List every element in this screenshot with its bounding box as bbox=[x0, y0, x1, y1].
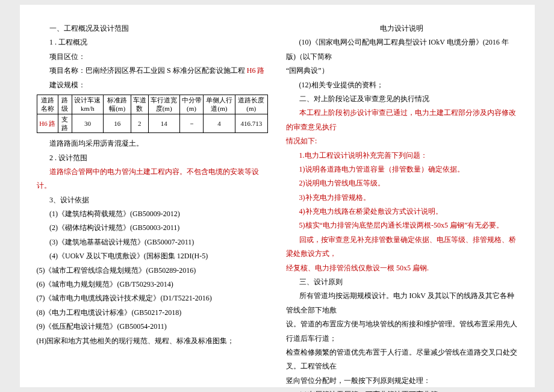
td-lanes: 2 bbox=[131, 114, 149, 133]
review-item-1-4: 4)补充电力线路在桥梁处敷设方式设计说明。 bbox=[286, 205, 518, 219]
td-road-name: H6 路 bbox=[37, 114, 58, 133]
scope-text: 道路综合管网中的电力管沟土建工程内容。不包含电缆的安装等设计。 bbox=[37, 165, 269, 193]
ref-8: (8)《电力工程电缆设计标准》(GB50217-2018) bbox=[37, 306, 269, 320]
review-text-1: 本工程上阶段初步设计审查已通过，电力土建工程部分涉及内容修改的审查意见执行 bbox=[286, 106, 518, 134]
table-row: H6 路 支路 30 16 2 14 － 4 416.713 bbox=[37, 114, 268, 133]
reply-2: 经复核、电力排管沿线仅敷设一根 50x5 扁钢. bbox=[286, 261, 518, 275]
td-sidewalk: 4 bbox=[204, 114, 235, 133]
design-principle-3: 检查检修频繁的管道优先布置于人行道。尽量减少管线在道路交叉口处交叉。工程管线在 bbox=[286, 346, 518, 374]
left-column: 一、工程概况及设计范围 1 . 工程概况 项目区位： 项目名称：巴南经济园区界石… bbox=[37, 22, 269, 381]
ref-4: (4)《UOkV 及以下电缆敷设》(国标图集 12DI(H-5) bbox=[37, 249, 269, 263]
review-item-1-3: 3)补充电力排管规格。 bbox=[286, 191, 518, 205]
td-speed: 30 bbox=[72, 114, 104, 133]
document-page: 一、工程概况及设计范围 1 . 工程概况 项目区位： 项目名称：巴南经济园区界石… bbox=[20, 5, 535, 387]
th-sidewalk: 单侧人行道(m) bbox=[204, 95, 235, 114]
ref-h: (H)国家和地方其他相关的现行规范、规程、标准及标准图集； bbox=[37, 334, 269, 348]
project-location: 项目区位： bbox=[37, 50, 269, 64]
ref-12: (12)相关专业提供的资料； bbox=[286, 78, 518, 92]
ref-10b: “国网典设”） bbox=[286, 64, 518, 78]
ref-2: (2)《砌体结构设计规范》(GB50003-2011) bbox=[37, 221, 269, 235]
surface-text: 道路路面均采用沥青混凝土。 bbox=[37, 137, 269, 151]
th-lanes: 车道数 bbox=[131, 95, 149, 114]
design-principle-2: 设。管道的布置应方便与地块管线的衔接和维护管理。管线布置采用先人行道后车行道； bbox=[286, 317, 518, 346]
ref-5: (5)《城市工程管线综合规划规范》(GB50289-2016) bbox=[37, 264, 269, 278]
heading-sec1: 一、工程概况及设计范围 bbox=[37, 22, 269, 36]
table-header-row: 道路名称 路级 设计车速km/h 标准路幅(m) 车道数 车行道宽度(m) 中分… bbox=[37, 95, 268, 114]
project-name-label: 项目名称： bbox=[49, 66, 86, 75]
th-road-level: 路级 bbox=[58, 95, 72, 114]
review-item-1-2: 2)说明电力管线电压等级。 bbox=[286, 176, 518, 190]
design-rule-1: (1)有压管让无压管，可弯曲管让不可弯曲管。 bbox=[286, 388, 518, 392]
ref-10a: (10)《国家电网公司配电网工程典型设计 IOkV 电缆分册》(2016 年版)… bbox=[286, 36, 518, 64]
review-item-1: 1.电力工程设计说明补充完善下列问题： bbox=[286, 149, 518, 163]
doc-title: 电力设计说明 bbox=[286, 22, 518, 36]
td-road-level: 支路 bbox=[58, 114, 72, 133]
project-name-road: H6 路 bbox=[247, 66, 265, 75]
heading-1-3: 3、设计依据 bbox=[37, 193, 269, 207]
ref-7: (7)《城市电力电缆线路设计技术规定》(D1/T5221-2016) bbox=[37, 291, 269, 305]
review-text-2: 情况如下: bbox=[286, 134, 518, 148]
right-column: 电力设计说明 (10)《国家电网公司配电网工程典型设计 IOkV 电缆分册》(2… bbox=[286, 22, 518, 381]
th-road-name: 道路名称 bbox=[37, 95, 58, 114]
design-principle-1: 所有管道均按远期规模设计。电力 IOkV 及其以下的线路及其它各种管线全部下地敷 bbox=[286, 289, 518, 317]
reply-1: 回或，按审查意见补充排管数量确定依据、电压等级、排管规格、桥梁处敷设方式， bbox=[286, 233, 518, 261]
th-lane-width: 车行道宽度(m) bbox=[148, 95, 179, 114]
th-speed: 设计车速km/h bbox=[72, 95, 104, 114]
design-principle-4: 竖向管位分配时，一般按下列原则规定处理： bbox=[286, 374, 518, 388]
th-width: 标准路幅(m) bbox=[104, 95, 131, 114]
ref-3: (3)《建筑地基基础设计规范》(GB50007-2011) bbox=[37, 235, 269, 249]
review-item-1-5: 5)核实“电力排管沟底垫层内通长埋设两根-50x5 扁钢”有无必要。 bbox=[286, 219, 518, 232]
td-length: 416.713 bbox=[235, 114, 268, 133]
heading-sec3: 三、设计原则 bbox=[286, 275, 518, 289]
heading-1-1: 1 . 工程概况 bbox=[37, 36, 269, 49]
td-lane-width: 14 bbox=[148, 114, 179, 133]
td-median: － bbox=[179, 114, 204, 133]
th-length: 道路长度(m) bbox=[235, 95, 268, 114]
ref-6: (6)《城市电力规划规范》(GB/T50293-2014) bbox=[37, 278, 269, 291]
td-width: 16 bbox=[104, 114, 131, 133]
th-median: 中分带(m) bbox=[179, 95, 204, 114]
review-item-1-1: 1)说明各道路电力管道容量（排管数量）确定依据。 bbox=[286, 163, 518, 176]
heading-1-2: 2 . 设计范围 bbox=[37, 151, 269, 165]
project-name-value: 巴南经济园区界石工业园 S 标准分区配套设施工程 bbox=[86, 66, 247, 75]
heading-sec2: 二、对上阶段论证及审查意见的执行情况 bbox=[286, 92, 518, 106]
ref-1: (1)《建筑结构荷载规范》(GB50009-2012) bbox=[37, 207, 269, 221]
scale-label: 建设规模： bbox=[37, 78, 269, 92]
road-spec-table: 道路名称 路级 设计车速km/h 标准路幅(m) 车道数 车行道宽度(m) 中分… bbox=[37, 95, 269, 133]
project-name: 项目名称：巴南经济园区界石工业园 S 标准分区配套设施工程 H6 路 bbox=[37, 64, 269, 78]
ref-9: (9)《低压配电设计规范》(GB50054-2011) bbox=[37, 320, 269, 334]
